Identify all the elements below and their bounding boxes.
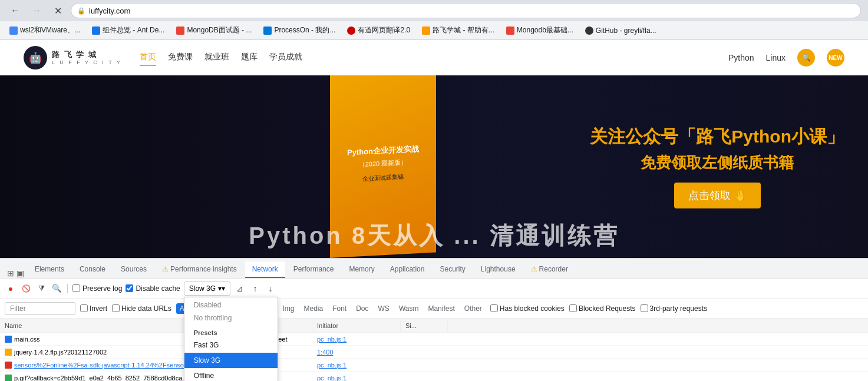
blocked-requests-input[interactable] [569, 304, 577, 312]
filter-font[interactable]: Font [329, 303, 350, 314]
bookmark-label: 路飞学城 - 帮助有... [433, 25, 494, 35]
devtools-tab-console[interactable]: Console [72, 261, 113, 278]
devtools-tab-perf-insights[interactable]: ⚠Performance insights [155, 261, 244, 278]
devtools-dock-icon[interactable]: ⊞ ▣ [5, 269, 27, 278]
disable-cache-checkbox[interactable]: Disable cache [126, 284, 180, 293]
devtools-tab-memory[interactable]: Memory [342, 261, 381, 278]
back-button[interactable]: ← [7, 2, 24, 19]
throttle-slow-3g[interactable]: Slow 3G [184, 353, 278, 368]
devtools-tab-lighthouse[interactable]: Lighthouse [474, 261, 523, 278]
forward-button[interactable]: → [28, 2, 45, 19]
initiator-link[interactable]: pc_nb.js:1 [317, 362, 346, 369]
third-party-input[interactable] [641, 304, 648, 312]
bookmark-mongodb2[interactable]: Mongodb最基础... [501, 23, 578, 38]
invert-checkbox[interactable]: Invert [80, 304, 107, 313]
filter-img[interactable]: Img [279, 303, 298, 314]
bookmark-luffycity[interactable]: 路飞学城 - 帮助有... [417, 23, 499, 38]
record-button[interactable]: ● [5, 283, 16, 294]
devtools-tab-security[interactable]: Security [433, 261, 472, 278]
browser-titlebar: ← → ✕ 🔒 luffycity.com [0, 0, 868, 21]
bookmark-mongodb[interactable]: MongoDB面试题 - ... [171, 23, 256, 38]
devtools-tab-sources[interactable]: Sources [114, 261, 154, 278]
table-header: Name Status Type Initiator Si... [0, 319, 868, 333]
wifi-icon-button[interactable]: ⊿ [234, 283, 246, 294]
devtools-tab-recorder[interactable]: ⚠Recorder [524, 261, 575, 278]
third-party-checkbox[interactable]: 3rd-party requests [641, 304, 707, 313]
logo-subtext: L U F F Y C I T Y [52, 59, 122, 65]
devtools-tab-elements[interactable]: Elements [28, 261, 71, 278]
preserve-log-input[interactable] [72, 284, 80, 292]
page-header: 🤖 路 飞 学 城 L U F F Y C I T Y 首页 免费课 就业班 题… [0, 40, 868, 75]
devtools-tab-application[interactable]: Application [383, 261, 432, 278]
initiator-link[interactable]: pc_nb.js:1 [317, 375, 346, 382]
filter-button[interactable]: ⧩ [35, 283, 47, 294]
th-name: Name [0, 319, 206, 332]
devtools-tab-network[interactable]: Network [245, 261, 285, 278]
search-button[interactable]: 🔍 [797, 49, 815, 67]
bookmark-wsl2[interactable]: wsl2和VMware、... [5, 23, 85, 38]
disable-cache-input[interactable] [126, 284, 133, 292]
throttle-dropdown[interactable]: Slow 3G ▾ Disabled No throttling Presets… [184, 281, 230, 296]
nav-linux[interactable]: Linux [766, 53, 786, 62]
th-initiator: Initiator [312, 319, 401, 332]
bookmark-github[interactable]: GitHub - greyli/fla... [580, 24, 661, 37]
nav-item-home[interactable]: 首页 [140, 49, 156, 66]
bookmark-youdao[interactable]: 有道网页翻译2.0 [342, 23, 415, 38]
click-to-get-button[interactable]: 点击领取 🤚 [674, 183, 761, 208]
initiator-link[interactable]: 1:400 [317, 349, 334, 356]
blocked-requests-label: Blocked Requests [579, 304, 636, 313]
devtools-tab-performance[interactable]: Performance [286, 261, 341, 278]
banner: Python企业开发实战 （2020 最新版） 企业面试题集锦 关注公众号「路飞… [0, 75, 868, 258]
reload-button[interactable]: ✕ [49, 2, 66, 19]
initiator-link[interactable]: pc_nb.js:1 [317, 336, 346, 343]
download-button[interactable]: ↓ [265, 283, 276, 294]
table-row[interactable]: p.gif?callback=c2bb59d1_e0a2_4b65_8252_7… [0, 372, 868, 381]
has-blocked-cookies-input[interactable] [490, 304, 498, 312]
bookmark-label: MongoDB面试题 - ... [187, 25, 252, 35]
hide-data-urls-label: Hide data URLs [121, 304, 171, 313]
invert-input[interactable] [80, 304, 88, 312]
nav-python[interactable]: Python [728, 53, 754, 62]
address-bar[interactable]: 🔒 luffycity.com [71, 3, 861, 18]
filter-input[interactable] [5, 302, 75, 315]
throttle-no-throttling[interactable]: No throttling [184, 313, 278, 326]
throttle-disabled[interactable]: Disabled [184, 297, 278, 313]
bookmark-processon[interactable]: ProcessOn - 我的... [259, 23, 340, 38]
filename: p.gif?callback=c2bb59d1_e0a2_4b65_8252_7… [14, 375, 206, 382]
nav-item-exam[interactable]: 题库 [241, 49, 258, 66]
table-row[interactable]: main.css 200 stylesheet pc_nb.js:1 [0, 333, 868, 346]
throttle-button[interactable]: Slow 3G ▾ [184, 281, 230, 296]
bookmark-favicon [347, 26, 355, 35]
banner-book-cta: 免费领取左侧纸质书籍 [590, 153, 844, 173]
table-row[interactable]: sensors%2Fonline%2Fsa-sdk-javascript-1.1… [0, 359, 868, 372]
user-badge[interactable]: NEW [827, 49, 844, 67]
enterprise-title: 企业面试题集锦 [362, 173, 404, 183]
nav-item-job[interactable]: 就业班 [204, 49, 229, 66]
bookmark-favicon [9, 26, 18, 35]
throttle-current: Slow 3G [189, 284, 216, 293]
bookmark-antd[interactable]: 组件总览 - Ant De... [87, 23, 169, 38]
has-blocked-cookies-checkbox[interactable]: Has blocked cookies [490, 304, 565, 313]
nav-item-free[interactable]: 免费课 [168, 49, 193, 66]
upload-button[interactable]: ↑ [249, 283, 261, 294]
filter-wasm[interactable]: Wasm [395, 303, 423, 314]
filter-doc[interactable]: Doc [352, 303, 372, 314]
search-small-button[interactable]: 🔍 [51, 283, 62, 294]
filter-media[interactable]: Media [300, 303, 326, 314]
filter-other[interactable]: Other [461, 303, 486, 314]
filter-manifest[interactable]: Manifest [424, 303, 458, 314]
hide-data-urls-checkbox[interactable]: Hide data URLs [112, 304, 171, 313]
throttle-offline[interactable]: Offline [184, 368, 278, 382]
js-file-icon [5, 349, 12, 356]
preserve-log-checkbox[interactable]: Preserve log [72, 284, 122, 293]
filter-ws[interactable]: WS [375, 303, 393, 314]
clear-button[interactable]: 🚫 [20, 283, 32, 294]
hide-data-urls-input[interactable] [112, 304, 120, 312]
lock-icon: 🔒 [77, 7, 85, 15]
table-row[interactable]: jquery-1.4.2.flp.js?20121127002 200 scri… [0, 346, 868, 359]
throttle-fast-3g[interactable]: Fast 3G [184, 337, 278, 353]
bookmark-favicon [585, 26, 593, 35]
bookmarks-bar: wsl2和VMware、... 组件总览 - Ant De... MongoDB… [0, 21, 868, 40]
blocked-requests-checkbox[interactable]: Blocked Requests [569, 304, 636, 313]
nav-item-achievement[interactable]: 学员成就 [269, 49, 302, 66]
